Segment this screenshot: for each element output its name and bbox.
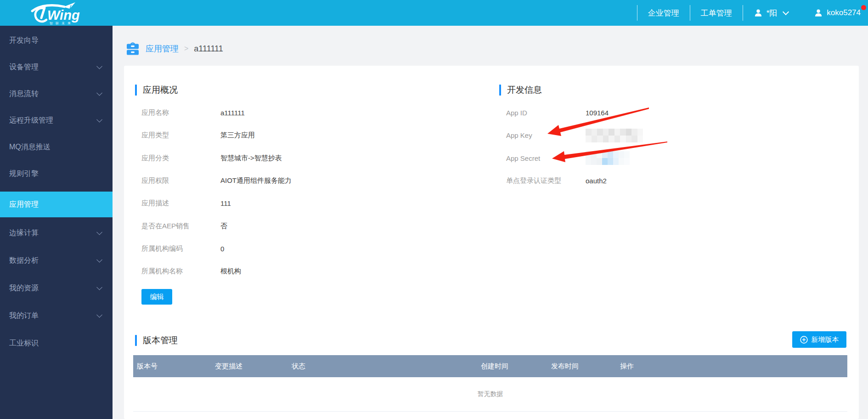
field-value: AIOT通用组件服务能力 (220, 176, 292, 185)
field-value: 智慧城市->智慧抄表 (220, 154, 282, 163)
add-version-button[interactable]: 新增版本 (792, 331, 846, 348)
section-title-text: 应用概况 (143, 84, 178, 96)
sidebar-item-label: 我的资源 (9, 283, 39, 293)
section-title-text: 版本管理 (143, 334, 178, 346)
app-detail-card: 应用概况 应用名称a111111 应用类型第三方应用 应用分类智慧城市->智慧抄… (124, 66, 859, 419)
field-label: 所属机构名称 (141, 267, 220, 276)
field-row: 所属机构名称根机构 (141, 260, 292, 283)
nav-enterprise-management[interactable]: 企业管理 (648, 8, 679, 18)
field-value: 否 (220, 222, 227, 231)
chevron-down-icon (96, 90, 102, 96)
section-accent-bar (135, 335, 137, 346)
field-value: 111 (220, 199, 231, 207)
field-label: 应用类型 (141, 131, 220, 140)
field-row: 应用分类智慧城市->智慧抄表 (141, 147, 292, 170)
sidebar-item-mq-push[interactable]: MQ消息推送 (0, 134, 113, 160)
field-value: 0 (220, 245, 224, 253)
field-value: oauth2 (586, 177, 607, 185)
app-key-redacted-value (586, 129, 643, 142)
sidebar-item-my-orders[interactable]: 我的订单 (0, 302, 113, 329)
field-row: 应用描述111 (141, 192, 292, 215)
sidebar-item-label: 我的订单 (9, 311, 39, 321)
sidebar-item-rule-engine[interactable]: 规则引擎 (0, 160, 113, 187)
chevron-down-icon (96, 117, 102, 123)
field-value: a111111 (220, 109, 245, 117)
field-row: App Secret (506, 147, 643, 170)
top-bar: Wing 智联未来 企业管理 工单管理 *阳 (0, 0, 868, 26)
field-label: App Secret (506, 154, 586, 162)
column-header: 版本号 (133, 362, 211, 371)
overview-section-title: 应用概况 (135, 84, 178, 96)
current-user-menu[interactable]: *阳 (754, 8, 789, 18)
field-value: 第三方应用 (220, 131, 255, 140)
sidebar-item-label: 规则引擎 (9, 169, 39, 179)
breadcrumb-current: a111111 (194, 44, 223, 54)
sidebar-item-edge-computing[interactable]: 边缘计算 (0, 219, 113, 247)
breadcrumb: 应用管理 > a111111 (126, 39, 223, 59)
column-header: 变更描述 (211, 362, 288, 371)
sidebar-item-label: 远程升级管理 (9, 116, 53, 125)
chevron-down-icon (96, 257, 102, 263)
account-menu[interactable]: koko5274 (814, 8, 861, 17)
field-label: 应用描述 (141, 199, 220, 208)
sidebar-item-industrial-id[interactable]: 工业标识 (0, 329, 113, 357)
empty-state: 暂无数据 (133, 377, 847, 412)
field-value: 根机构 (220, 267, 241, 276)
notification-badge (861, 5, 866, 10)
nav-workorder-management[interactable]: 工单管理 (701, 8, 732, 18)
chevron-down-icon (96, 229, 102, 235)
brand-name: Wing (47, 8, 80, 23)
field-value: 109164 (586, 109, 609, 117)
column-header: 发布时间 (547, 362, 616, 371)
column-header: 操作 (616, 362, 847, 371)
sidebar-item-device-management[interactable]: 设备管理 (0, 54, 113, 80)
versions-table: 版本号 变更描述 状态 创建时间 发布时间 操作 暂无数据 (133, 355, 847, 412)
sidebar-item-my-resources[interactable]: 我的资源 (0, 274, 113, 302)
sidebar-item-remote-upgrade[interactable]: 远程升级管理 (0, 107, 113, 134)
field-row: 单点登录认证类型 oauth2 (506, 170, 643, 192)
chevron-down-icon (96, 312, 102, 318)
sidebar-item-dev-guide[interactable]: 开发向导 (0, 27, 113, 54)
sidebar-item-label: 消息流转 (9, 89, 39, 99)
sidebar-item-message-flow[interactable]: 消息流转 (0, 80, 113, 107)
sidebar-item-app-management[interactable]: 应用管理 (0, 192, 113, 217)
devinfo-section-title: 开发信息 (499, 84, 542, 96)
app-secret-redacted-value (586, 151, 630, 165)
column-header: 创建时间 (477, 362, 547, 371)
sidebar-item-label: 数据分析 (9, 256, 39, 266)
field-row: 应用权限AIOT通用组件服务能力 (141, 170, 292, 192)
sidebar-item-label: 工业标识 (9, 339, 39, 348)
field-row: 应用名称a111111 (141, 102, 292, 124)
section-accent-bar (135, 85, 137, 96)
sidebar-item-label: MQ消息推送 (9, 142, 51, 152)
edit-button[interactable]: 编辑 (141, 289, 172, 305)
sidebar-item-label: 边缘计算 (9, 228, 39, 238)
divider (637, 5, 637, 21)
user-icon (754, 8, 763, 17)
ctwing-logo[interactable]: Wing 智联未来 (26, 1, 90, 25)
breadcrumb-separator: > (184, 45, 188, 53)
field-row: 应用类型第三方应用 (141, 124, 292, 147)
field-label: App Key (506, 131, 586, 139)
account-name: koko5274 (827, 8, 861, 17)
section-title-text: 开发信息 (507, 84, 542, 96)
sidebar-item-label: 应用管理 (9, 200, 39, 210)
chevron-down-icon (96, 284, 102, 290)
divider (690, 5, 690, 21)
field-row: App ID 109164 (506, 102, 643, 124)
breadcrumb-parent[interactable]: 应用管理 (146, 43, 179, 54)
field-label: App ID (506, 109, 586, 117)
sidebar-item-data-analysis[interactable]: 数据分析 (0, 247, 113, 274)
devinfo-fields: App ID 109164 App Key App Secret 单点登录认证类… (506, 102, 643, 192)
field-label: 应用分类 (141, 154, 220, 163)
field-row: App Key (506, 124, 643, 147)
field-label: 应用权限 (141, 176, 220, 185)
brand-subtitle: 智联未来 (50, 22, 73, 25)
field-row: 是否在AEP销售否 (141, 215, 292, 237)
app-box-icon (126, 42, 139, 56)
versions-section-title: 版本管理 (135, 334, 178, 346)
field-label: 是否在AEP销售 (141, 222, 220, 231)
sidebar-item-label: 设备管理 (9, 62, 39, 72)
sidebar-item-label: 开发向导 (9, 36, 39, 45)
sidebar: 开发向导 设备管理 消息流转 远程升级管理 MQ消息推送 规则引擎 应用管理 边… (0, 26, 113, 419)
